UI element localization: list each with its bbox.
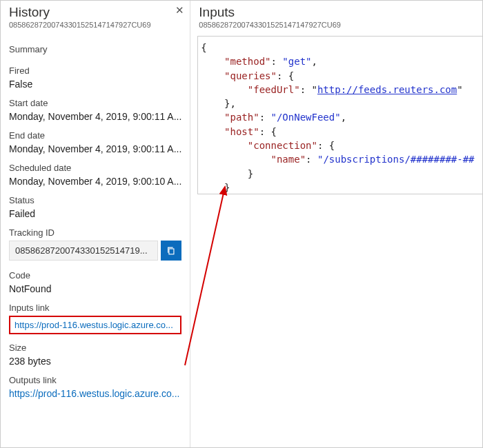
history-body: Summary Fired False Start date Monday, N… bbox=[1, 32, 190, 447]
json-conn-name: "/subscriptions/########-## bbox=[317, 154, 475, 165]
code-label: Code bbox=[9, 270, 181, 281]
outputs-link[interactable]: https://prod-116.westus.logic.azure.co..… bbox=[9, 388, 181, 399]
end-date-label: End date bbox=[9, 130, 181, 141]
size-label: Size bbox=[9, 343, 181, 353]
tracking-id-value[interactable]: 0858628720074330152514719... bbox=[9, 241, 158, 261]
json-path: "/OnNewFeed" bbox=[271, 112, 341, 123]
status-label: Status bbox=[9, 195, 181, 205]
json-feed-url[interactable]: http://feeds.reuters.com bbox=[317, 84, 457, 95]
tracking-id-label: Tracking ID bbox=[9, 227, 181, 238]
copy-button[interactable] bbox=[161, 241, 181, 261]
start-date-label: Start date bbox=[9, 98, 181, 108]
summary-label: Summary bbox=[9, 44, 181, 54]
history-panel: History 08586287200743301525147147927CU6… bbox=[1, 1, 190, 447]
inputs-panel: Inputs 08586287200743301525147147927CU69… bbox=[190, 1, 483, 447]
copy-icon bbox=[166, 246, 176, 256]
code-value: NotFound bbox=[9, 283, 181, 294]
inputs-title: Inputs bbox=[199, 5, 483, 20]
fired-label: Fired bbox=[9, 65, 181, 76]
history-title: History bbox=[9, 5, 183, 20]
history-id: 08586287200743301525147147927CU69 bbox=[9, 21, 183, 29]
inputs-json-viewer[interactable]: { "method": "get", "queries": { "feedUrl… bbox=[197, 36, 483, 194]
inputs-header: Inputs 08586287200743301525147147927CU69 bbox=[190, 1, 483, 32]
status-value: Failed bbox=[9, 208, 181, 219]
end-date-value: Monday, November 4, 2019, 9:00:11 A... bbox=[9, 143, 181, 154]
inputs-link-label: Inputs link bbox=[9, 303, 181, 313]
json-method: "get" bbox=[282, 56, 311, 67]
scheduled-date-value: Monday, November 4, 2019, 9:00:10 A... bbox=[9, 176, 181, 187]
fired-value: False bbox=[9, 79, 181, 90]
history-header: History 08586287200743301525147147927CU6… bbox=[1, 1, 190, 32]
start-date-value: Monday, November 4, 2019, 9:00:11 A... bbox=[9, 111, 181, 122]
scheduled-date-label: Scheduled date bbox=[9, 163, 181, 173]
json-content: { "method": "get", "queries": { "feedUrl… bbox=[201, 41, 483, 194]
size-value: 238 bytes bbox=[9, 356, 181, 367]
inputs-id: 08586287200743301525147147927CU69 bbox=[199, 21, 483, 29]
inputs-link[interactable]: https://prod-116.westus.logic.azure.co..… bbox=[9, 316, 181, 334]
outputs-link-label: Outputs link bbox=[9, 375, 181, 385]
svg-rect-0 bbox=[169, 248, 174, 254]
close-icon[interactable]: ✕ bbox=[175, 5, 184, 15]
